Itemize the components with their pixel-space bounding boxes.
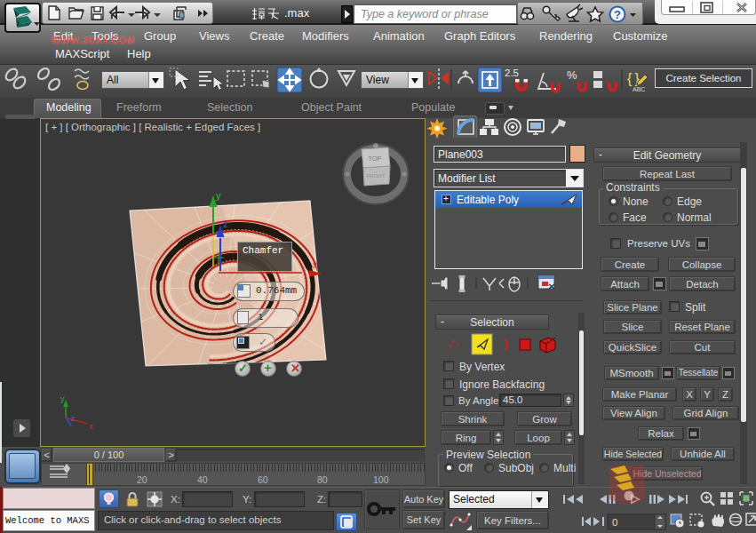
svg-text:z: z — [71, 414, 76, 423]
svg-text:0: 0 — [612, 517, 617, 528]
svg-text:%: % — [567, 68, 577, 82]
svg-text:y: y — [60, 394, 65, 403]
svg-text:2.5: 2.5 — [505, 68, 519, 78]
svg-text:x: x — [89, 422, 93, 431]
svg-text:x: x — [313, 259, 318, 270]
svg-text:TOP: TOP — [368, 155, 381, 163]
svg-text:z: z — [223, 219, 228, 229]
svg-text:?: ? — [614, 8, 621, 21]
svg-text:y: y — [216, 190, 221, 201]
svg-text:FRONT: FRONT — [367, 173, 386, 179]
svg-text:ABC: ABC — [633, 86, 645, 92]
